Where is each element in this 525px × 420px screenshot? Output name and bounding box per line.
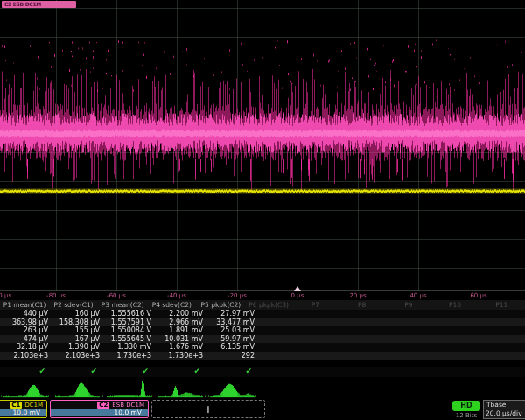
measure-row: 263 µV155 µV1.550084 V1.891 mV25.03 mV (0, 326, 525, 335)
measure-value: 263 µV (0, 326, 52, 335)
param-header[interactable]: P4 sdev(C2) (147, 300, 196, 310)
measure-histicons (0, 379, 525, 400)
measure-value: 33.477 mV (206, 318, 258, 327)
time-tick-label: 40 µs (410, 292, 426, 299)
status-check-icon: ✔ (206, 367, 258, 377)
measure-value: 160 µV (52, 310, 103, 318)
time-tick-label: 20 µs (349, 292, 366, 299)
c1-badge: C1 (10, 402, 22, 409)
measure-row: 2.103e+32.103e+31.730e+31.730e+3292 (0, 352, 525, 360)
status-check-icon: ✔ (52, 367, 103, 377)
channel-c2-descriptor[interactable]: C2 ESB DC1M 10.0 mV (50, 400, 149, 418)
measure-value: 2.103e+3 (52, 352, 103, 360)
measure-value: 1.557591 V (103, 318, 155, 327)
waveform-display (0, 0, 525, 293)
measure-value: 1.730e+3 (155, 352, 206, 360)
measure-value: 2.966 mV (155, 318, 206, 327)
time-tick-label: -60 µs (107, 292, 126, 299)
measure-value: 1.676 mV (155, 343, 206, 352)
measure-value: 32.18 µV (0, 343, 52, 352)
status-check-icon: ✔ (103, 367, 155, 377)
status-check-icon: ✔ (0, 367, 52, 377)
measure-value: 1.891 mV (155, 326, 206, 335)
measure-value: 2.103e+3 (0, 352, 52, 360)
measure-value: 1.555645 V (103, 335, 155, 344)
c2-coupling-label: ESB DC1M (112, 402, 144, 409)
param-header[interactable]: P1 mean(C1) (0, 300, 49, 310)
param-header-inactive[interactable]: P7 (292, 300, 339, 310)
measure-value: 25.03 mV (206, 326, 258, 335)
c2-scale-value: 10.0 mV (51, 409, 148, 416)
param-header[interactable]: P3 mean(C2) (98, 300, 147, 310)
measure-value: 474 µV (0, 335, 52, 344)
measure-value: 292 (206, 352, 258, 360)
trigger-position-icon[interactable] (294, 286, 301, 291)
timebase-label: Tbase (484, 401, 525, 410)
timebase-descriptor[interactable]: Tbase 20.0 µs/div (483, 400, 525, 419)
measure-value: 2.200 mV (155, 310, 206, 318)
param-header-inactive[interactable]: P6 pkpk(C3) (245, 300, 291, 310)
measure-value: 1.390 µV (52, 343, 103, 352)
timebase-value: 20.0 µs/div (484, 410, 525, 418)
trace-label-tab[interactable]: C2 ESB DC1M (2, 1, 76, 8)
measure-row: 32.18 µV1.390 µV1.330 mV1.676 mV6.135 mV (0, 343, 525, 352)
measure-header-row: P1 mean(C1)P2 sdev(C1)P3 mean(C2)P4 sdev… (0, 300, 525, 310)
param-header[interactable]: P2 sdev(C1) (49, 300, 98, 310)
channel-c1-descriptor[interactable]: C1 DC1M 10.0 mV (0, 400, 47, 418)
measure-value: 1.730e+3 (103, 352, 155, 360)
measure-value: 155 µV (52, 326, 103, 335)
oscilloscope-screen: C2 ESB DC1M -100 µs-80 µs-60 µs-40 µs-20… (0, 0, 525, 420)
time-tick-label: 60 µs (470, 292, 486, 299)
c1-coupling-label: DC1M (24, 402, 43, 409)
measure-value: 59.97 mV (206, 335, 258, 344)
measure-value: 1.550084 V (103, 326, 155, 335)
measure-value: 1.330 mV (103, 343, 155, 352)
time-tick-label: -20 µs (228, 292, 247, 299)
time-tick-label: -100 µs (0, 292, 11, 299)
status-check-icon: ✔ (155, 367, 206, 377)
measure-value: 363.98 µV (0, 318, 52, 327)
time-tick-label: -40 µs (167, 292, 186, 299)
c2-badge: C2 (97, 402, 109, 409)
measure-value: 440 µV (0, 310, 52, 318)
measure-value: 167 µV (52, 335, 103, 344)
hd-bits-label: 12 Bits (447, 412, 486, 419)
c1-scale-value: 10.0 mV (0, 409, 46, 416)
time-tick-label: 0 µs (291, 292, 304, 299)
measure-row: 363.98 µV158.308 µV1.557591 V2.966 mV33.… (0, 318, 525, 327)
measure-value: 27.97 mV (206, 310, 258, 318)
param-header-inactive[interactable]: P10 (431, 300, 478, 310)
param-header[interactable]: P5 pkpk(C2) (196, 300, 245, 310)
measure-status-row: ✔✔✔✔✔ (0, 367, 525, 377)
measure-value: 1.555616 V (103, 310, 155, 318)
measure-value: 158.308 µV (52, 318, 103, 327)
hd-mode-badge[interactable]: HD (452, 401, 480, 411)
measure-table: P1 mean(C1)P2 sdev(C1)P3 mean(C2)P4 sdev… (0, 300, 525, 377)
add-trace-button[interactable]: + (151, 400, 265, 418)
measure-value: 10.031 mV (155, 335, 206, 344)
measure-value: 6.135 mV (206, 343, 258, 352)
param-header-inactive[interactable]: P9 (385, 300, 431, 310)
param-header-inactive[interactable]: P8 (339, 300, 385, 310)
param-header-inactive[interactable]: P11 (479, 300, 525, 310)
measure-row: 474 µV167 µV1.555645 V10.031 mV59.97 mV (0, 335, 525, 344)
time-tick-label: -80 µs (46, 292, 66, 299)
measure-row: 440 µV160 µV1.555616 V2.200 mV27.97 mV (0, 310, 525, 318)
